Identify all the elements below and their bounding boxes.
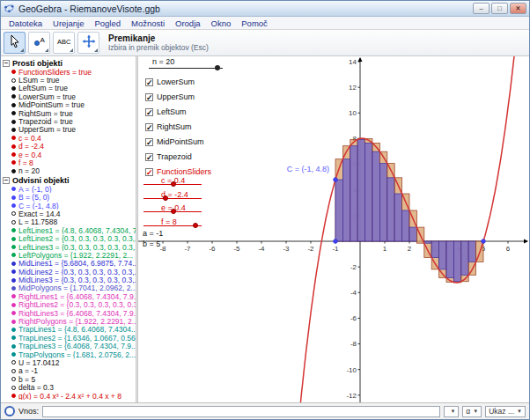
text-tool-button[interactable]: ABC	[53, 32, 75, 54]
algebra-item[interactable]: U = 17.0412	[1, 358, 136, 366]
algebra-item[interactable]: f = 8	[1, 158, 136, 166]
checkbox-uppersum[interactable]: ✓UpperSum	[145, 92, 195, 101]
algebra-item[interactable]: LeftLines2 = {0.3, 0.3, 0.3, 0.3, 0.3,..…	[1, 234, 136, 242]
algebra-item[interactable]: e = 0.4	[1, 151, 136, 158]
input-history-dropdown[interactable]: ▼	[444, 406, 459, 417]
slider-handle[interactable]	[171, 181, 176, 187]
free-objects-header[interactable]: − Prosti objekti	[1, 58, 136, 68]
visibility-marble[interactable]	[11, 344, 16, 349]
collapse-icon[interactable]: −	[3, 177, 10, 184]
visibility-marble[interactable]	[11, 195, 16, 200]
algebra-item[interactable]: MidLines1 = {5.6804, 6.9875, 7.74...	[1, 260, 136, 268]
visibility-marble[interactable]	[11, 169, 16, 173]
greek-letter-dropdown[interactable]: α▼	[462, 406, 482, 417]
visibility-marble[interactable]	[11, 187, 16, 191]
visibility-marble[interactable]	[11, 377, 16, 381]
visibility-marble[interactable]	[11, 303, 16, 307]
checkbox-box[interactable]: ✓	[145, 153, 153, 161]
maximize-button[interactable]: □	[491, 3, 508, 14]
visibility-marble[interactable]	[11, 320, 16, 324]
menu-urejanje[interactable]: Urejanje	[48, 18, 89, 28]
algebra-item[interactable]: MidLines2 = {0.3, 0.3, 0.3, 0.3, 0.3,...	[1, 268, 136, 276]
algebra-item[interactable]: c = 0.4	[1, 134, 136, 142]
visibility-marble[interactable]	[11, 237, 16, 241]
checkbox-midpointsum[interactable]: ✓MidPointSum	[145, 137, 204, 146]
visibility-marble[interactable]	[11, 386, 16, 390]
algebra-item[interactable]: LeftPolygons = {1.922, 2.2291, 2...	[1, 251, 136, 259]
algebra-item[interactable]: RightLines2 = {0.3, 0.3, 0.3, 0.3, 0.3..…	[1, 301, 136, 309]
visibility-marble[interactable]	[11, 211, 16, 216]
algebra-item[interactable]: RightLines1 = {6.4068, 7.4304, 7.9...	[1, 292, 136, 300]
checkbox-box[interactable]: ✓	[145, 123, 153, 131]
algebra-item[interactable]: A = (-1, 0)	[1, 185, 136, 193]
menu-orodja[interactable]: Orodja	[170, 18, 206, 28]
slider-handle[interactable]	[163, 195, 168, 201]
visibility-marble[interactable]	[11, 128, 16, 132]
visibility-marble[interactable]	[11, 269, 16, 274]
algebra-item[interactable]: TrapLines3 = {6.4068, 7.4304, 7.9...	[1, 343, 136, 350]
checkbox-leftsum[interactable]: ✓LeftSum	[145, 107, 187, 116]
algebra-item[interactable]: LeftLines3 = {0.3, 0.3, 0.3, 0.3, 0.3,..…	[1, 243, 136, 251]
n-slider-handle[interactable]	[215, 65, 220, 70]
visibility-marble[interactable]	[11, 70, 16, 74]
move-tool-button[interactable]	[4, 32, 26, 54]
slider-handle[interactable]	[193, 223, 198, 228]
visibility-marble[interactable]	[11, 228, 16, 232]
visibility-marble[interactable]	[11, 220, 16, 225]
algebra-item[interactable]: LeftSum = true	[1, 85, 136, 92]
algebra-item[interactable]: MidLines3 = {0.3, 0.3, 0.3, 0.3, 0.3,...	[1, 276, 136, 284]
visibility-marble[interactable]	[11, 203, 16, 208]
checkbox-lowersum[interactable]: ✓LowerSum	[145, 77, 195, 86]
algebra-item[interactable]: FunctionSliders = true	[1, 68, 136, 76]
algebra-item[interactable]: TrapLines2 = {1.6346, 1.0667, 0.56...	[1, 334, 136, 342]
checkbox-rightsum[interactable]: ✓RightSum	[145, 122, 192, 131]
algebra-item[interactable]: b = 5	[1, 375, 136, 383]
algebra-item[interactable]: LeftLines1 = {4.8, 6.4068, 7.4304, 7...	[1, 226, 136, 234]
checkbox-box[interactable]: ✓	[145, 93, 153, 101]
input-help-icon[interactable]	[4, 406, 15, 416]
visibility-marble[interactable]	[11, 120, 16, 124]
visibility-marble[interactable]	[11, 160, 16, 165]
minimize-button[interactable]: –	[473, 3, 490, 14]
algebra-item[interactable]: delta = 0.3	[1, 383, 136, 391]
visibility-marble[interactable]	[11, 245, 16, 249]
point-tool-button[interactable]: A	[28, 32, 50, 54]
n-slider-track[interactable]	[149, 68, 223, 69]
visibility-marble[interactable]	[11, 136, 16, 140]
visibility-marble[interactable]	[11, 286, 16, 291]
visibility-marble[interactable]	[11, 335, 16, 340]
algebra-item[interactable]: MidPointSum = true	[1, 101, 136, 109]
visibility-marble[interactable]	[11, 262, 16, 266]
algebra-item[interactable]: LowerSum = true	[1, 92, 136, 100]
visibility-marble[interactable]	[11, 94, 16, 99]
visibility-marble[interactable]	[11, 86, 16, 91]
algebra-item[interactable]: RightSum = true	[1, 109, 136, 117]
title-bar[interactable]: GeoGebra - RiemanoveVisote.ggb – □ ✕	[1, 1, 529, 17]
checkbox-functionsliders[interactable]: ✓FunctionSliders	[145, 167, 211, 176]
algebra-item[interactable]: TrapPolygons = {1.681, 2.0756, 2...	[1, 350, 136, 358]
collapse-icon[interactable]: −	[3, 60, 10, 67]
visibility-marble[interactable]	[11, 253, 16, 257]
checkbox-trapezoid[interactable]: ✓Trapezoid	[145, 152, 192, 161]
checkbox-box[interactable]: ✓	[145, 168, 153, 176]
dependent-objects-header[interactable]: − Odvisni objekti	[1, 175, 136, 185]
visibility-marble[interactable]	[11, 144, 16, 149]
command-list-dropdown[interactable]: Ukaz ...▼	[485, 406, 526, 417]
close-button[interactable]: ✕	[510, 3, 526, 14]
algebra-item[interactable]: UpperSum = true	[1, 126, 136, 134]
visibility-marble[interactable]	[11, 328, 16, 332]
visibility-marble[interactable]	[11, 369, 16, 373]
algebra-item[interactable]: TrapLines1 = {4.8, 6.4068, 7.4304...	[1, 326, 136, 334]
algebra-item[interactable]: n = 20	[1, 167, 136, 175]
checkbox-box[interactable]: ✓	[145, 78, 153, 86]
menu-datoteka[interactable]: Datoteka	[4, 18, 48, 28]
menu-moznosti[interactable]: Možnosti	[126, 18, 170, 28]
algebra-item[interactable]: Exact = 14.4	[1, 210, 136, 217]
slider-track[interactable]	[144, 198, 202, 199]
algebra-item[interactable]: C = (-1, 4.8)	[1, 202, 136, 210]
algebra-item[interactable]: MidPolygons = {1.7041, 2.0962, 2...	[1, 284, 136, 292]
command-input[interactable]	[42, 406, 440, 417]
visibility-marble[interactable]	[11, 111, 16, 115]
visibility-marble[interactable]	[11, 152, 16, 157]
slider-handle[interactable]	[171, 209, 176, 214]
